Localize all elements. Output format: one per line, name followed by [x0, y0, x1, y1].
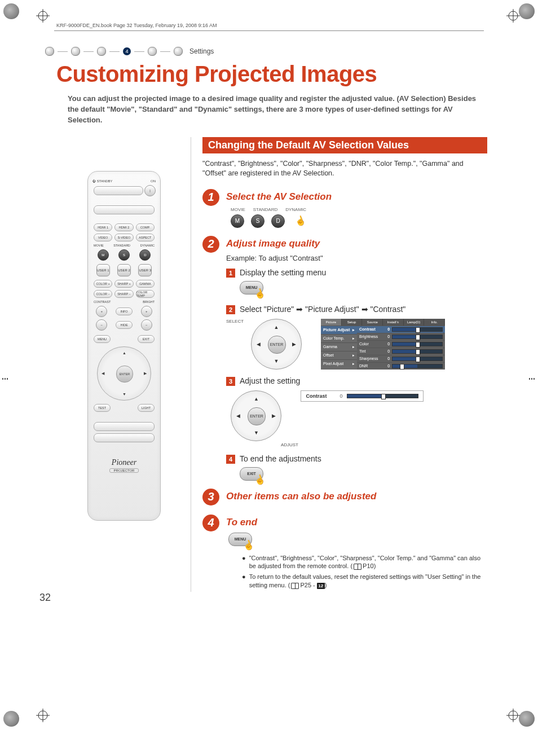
- aspect-button: ASPECT: [136, 234, 155, 241]
- hand-cursor-icon: ☝: [293, 214, 307, 228]
- movie-button: M: [98, 249, 109, 261]
- contrast-minus: −: [96, 319, 107, 331]
- remote-control-diagram: ⏻ STANDBY ON | HDMI 1 HDMI 2 COMP. VIDEO: [87, 171, 161, 521]
- step-number-badge: 1: [202, 189, 219, 206]
- side-reg-mark: [529, 378, 536, 380]
- registration-mark-icon: [506, 9, 520, 23]
- svideo-button: S-VIDEO: [114, 234, 133, 241]
- print-corner-mark: [3, 3, 19, 19]
- book-header: KRF-9000FDE_EN.book Page 32 Tuesday, Feb…: [56, 23, 504, 28]
- standard-label: STANDARD: [253, 207, 277, 212]
- step-number-badge: 4: [202, 515, 219, 531]
- remote-blank-pill: [94, 433, 155, 442]
- bright-plus: +: [141, 306, 152, 317]
- osd-menu-screenshot: PictureSetupSourceInstall’nLamp(D)Info. …: [321, 319, 445, 370]
- substep-text: Select "Picture" ➡ "Picture Adjust" ➡ "C…: [240, 305, 405, 314]
- osd-right-row: Color0: [357, 340, 445, 348]
- osd-left-item: Offset▸: [321, 351, 357, 359]
- registration-mark-icon: [506, 709, 520, 722]
- breadcrumb-step-number: 4: [123, 47, 131, 55]
- manual-page: KRF-9000FDE_EN.book Page 32 Tuesday, Feb…: [0, 0, 538, 756]
- step-title: Other items can also be adjusted: [226, 491, 487, 502]
- section-heading: Changing the Default AV Selection Values: [202, 137, 487, 153]
- step-title: To end: [226, 517, 487, 528]
- osd-tab: Info.: [424, 319, 445, 326]
- osd-left-item: Gamma▸: [321, 342, 357, 351]
- standard-button: S: [118, 249, 130, 261]
- substep-text: Display the setting menu: [240, 268, 326, 277]
- print-corner-mark: [519, 711, 535, 727]
- av-dynamic-button: D: [271, 214, 285, 228]
- page-title: Customizing Projected Images: [56, 61, 504, 87]
- registration-mark-icon: [36, 709, 50, 722]
- dynamic-label: DYNAMIC: [285, 207, 306, 212]
- video-button: VIDEO: [94, 234, 112, 241]
- hdmi2-button: HDMI 2: [114, 223, 133, 231]
- user3-button: USER 3: [138, 264, 152, 276]
- osd-left-item: Picture Adjust▸: [321, 326, 357, 334]
- bright-minus: −: [141, 319, 152, 331]
- av-movie-button: M: [231, 214, 244, 228]
- user1-button: USER 1: [96, 264, 110, 276]
- sharp-minus-button: SHARP −: [114, 290, 133, 298]
- av-standard-button: S: [251, 214, 264, 228]
- step-4: 4 To end MENU ☝: [202, 515, 487, 546]
- remote-column: ⏻ STANDBY ON | HDMI 1 HDMI 2 COMP. VIDEO: [68, 137, 180, 592]
- step-title: Adjust image quality: [226, 238, 487, 249]
- remote-dpad: ENTER ▲▼◀▶: [97, 346, 151, 401]
- page-number: 32: [39, 592, 504, 604]
- color-temp-button: COLOR TEMP: [136, 290, 155, 298]
- osd-right-row: Sharpness0: [357, 355, 445, 362]
- notes-list: ●"Contrast", "Brightness", "Color", "Sha…: [202, 554, 487, 590]
- osd-right-row: Tint0: [357, 348, 445, 355]
- osd-tab: Lamp(D): [404, 319, 425, 326]
- breadcrumb: 4 Settings: [45, 47, 504, 56]
- step-3: 3 Other items can also be adjusted: [202, 489, 487, 507]
- exit-button: EXIT: [138, 335, 155, 343]
- user2-button: USER 2: [117, 264, 131, 276]
- step-number-badge: 3: [202, 489, 219, 506]
- print-corner-mark: [3, 711, 19, 727]
- osd-tab: Picture: [321, 319, 342, 326]
- remote-blank-pill: [94, 205, 155, 214]
- substep-text: To end the adjustments: [240, 454, 321, 463]
- gamma-button: GAMMA: [136, 280, 155, 288]
- info-button: INFO: [116, 307, 133, 315]
- instructions-column: Changing the Default AV Selection Values…: [191, 137, 487, 592]
- example-text: Example: To adjust "Contrast": [226, 254, 487, 262]
- light-button: LIGHT: [138, 404, 155, 412]
- standby-indicator: [94, 186, 143, 195]
- sharp-plus-button: SHARP +: [114, 280, 133, 288]
- brand-logo: Pioneer: [91, 458, 157, 467]
- step-1: 1 Select the AV Selection MOVIE STANDARD…: [202, 189, 487, 228]
- side-reg-mark: [2, 378, 9, 380]
- intro-paragraph: You can adjust the projected image to a …: [68, 94, 482, 126]
- osd-left-item: Color Temp.▸: [321, 334, 357, 342]
- osd-right-row: DNR0: [357, 362, 445, 370]
- osd-left-item: Pixel Adjust▸: [321, 359, 357, 368]
- osd-tab: Source: [362, 319, 383, 326]
- on-button: |: [144, 185, 156, 196]
- book-icon: [354, 564, 361, 570]
- contrast-adjust-bar: Contrast 0: [301, 390, 424, 402]
- breadcrumb-label: Settings: [189, 47, 214, 55]
- book-icon: [291, 583, 299, 589]
- menu-button: MENU: [94, 335, 111, 343]
- osd-tab: Install’n: [383, 319, 404, 326]
- color-plus-button: COLOR +: [94, 280, 112, 288]
- dpad-diagram: ENTER ▲▼ ◀▶: [251, 319, 302, 370]
- select-label: SELECT: [226, 319, 244, 324]
- test-button: TEST: [94, 404, 111, 412]
- movie-label: MOVIE: [231, 207, 245, 212]
- hide-button: HIDE: [116, 321, 133, 329]
- remote-blank-pill: [94, 422, 155, 431]
- color-minus-button: COLOR −: [94, 290, 112, 298]
- osd-tab: Setup: [342, 319, 363, 326]
- registration-mark-icon: [36, 9, 50, 23]
- dynamic-button: D: [139, 249, 151, 261]
- step-title: Select the AV Selection: [226, 191, 487, 203]
- reference-badge: 12: [317, 583, 325, 589]
- step-number-badge: 2: [202, 236, 219, 253]
- print-corner-mark: [519, 3, 535, 19]
- step-2: 2 Adjust image quality Example: To adjus…: [202, 236, 487, 481]
